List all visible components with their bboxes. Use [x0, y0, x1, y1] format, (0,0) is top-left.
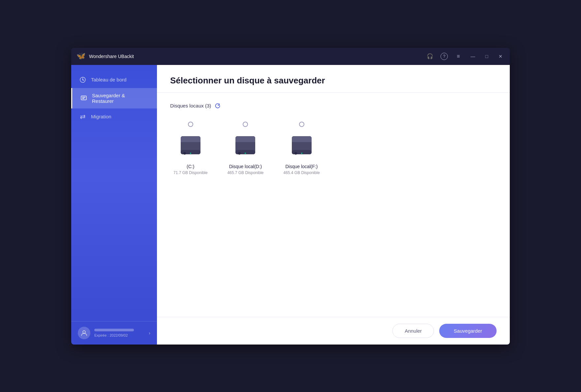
disk-item-d[interactable]: Disque local(D:) 465.7 GB Disponible	[224, 118, 267, 178]
app-logo: 🦋	[76, 52, 86, 61]
disk-radio-row-d	[243, 122, 248, 127]
sidebar-user-panel[interactable]: Expirée : 2022/09/02 ›	[71, 321, 157, 345]
disk-svg-d	[230, 130, 260, 159]
svg-rect-8	[181, 140, 200, 142]
content-body: Disques locaux (3)	[157, 93, 510, 317]
app-window: 🦋 Wondershare UBackit 🎧 ? ≡ — □ ✕	[71, 48, 510, 345]
disk-space-d: 465.7 GB Disponible	[227, 170, 263, 175]
svg-rect-14	[235, 140, 255, 142]
sidebar-item-dashboard[interactable]: Tableau de bord	[71, 72, 157, 88]
disk-name-f: Disque local(F:)	[286, 164, 318, 169]
disk-radio-f[interactable]	[299, 122, 304, 127]
svg-point-17	[245, 153, 246, 154]
svg-point-5	[83, 331, 85, 333]
content-footer: Annuler Sauvegarder	[157, 317, 510, 345]
backup-label: Sauvegarder &Restaurer	[92, 93, 125, 104]
user-avatar	[78, 327, 90, 339]
close-button[interactable]: ✕	[497, 52, 505, 60]
user-expiry: Expirée : 2022/09/02	[94, 333, 145, 337]
maximize-button[interactable]: □	[483, 52, 491, 60]
sidebar: Tableau de bord Sauvegarder &Restaurer	[71, 65, 157, 345]
disk-name-d: Disque local(D:)	[229, 164, 262, 169]
svg-rect-3	[82, 97, 85, 98]
disk-space-c: 71.7 GB Disponible	[173, 170, 207, 175]
svg-point-16	[238, 152, 241, 155]
svg-point-10	[183, 152, 186, 155]
svg-rect-4	[82, 98, 84, 99]
support-icon[interactable]: 🎧	[425, 52, 435, 61]
content-header: Sélectionner un disque à sauvegarder	[157, 65, 510, 93]
svg-point-22	[294, 152, 297, 155]
section-header: Disques locaux (3)	[170, 103, 497, 109]
sidebar-nav: Tableau de bord Sauvegarder &Restaurer	[71, 65, 157, 321]
save-button[interactable]: Sauvegarder	[439, 324, 497, 338]
app-title-text: Wondershare UBackit	[89, 54, 134, 59]
backup-icon	[80, 95, 87, 102]
section-label: Disques locaux (3)	[170, 103, 211, 108]
refresh-button[interactable]	[214, 103, 221, 109]
title-bar-right: 🎧 ? ≡ — □ ✕	[425, 52, 505, 61]
migration-label: Migration	[91, 114, 111, 119]
disk-name-c: (C:)	[187, 164, 194, 169]
migration-icon	[79, 113, 86, 120]
page-title: Sélectionner un disque à sauvegarder	[170, 75, 497, 86]
dashboard-label: Tableau de bord	[91, 77, 127, 82]
disk-radio-c[interactable]	[188, 122, 193, 127]
main-layout: Tableau de bord Sauvegarder &Restaurer	[71, 65, 510, 345]
svg-point-1	[82, 79, 83, 80]
disk-space-f: 465.4 GB Disponible	[283, 170, 320, 175]
disk-icon-f	[287, 130, 317, 161]
minimize-button[interactable]: —	[469, 52, 477, 60]
cancel-button[interactable]: Annuler	[392, 324, 434, 338]
menu-icon[interactable]: ≡	[454, 52, 463, 61]
disk-item-c[interactable]: (C:) 71.7 GB Disponible	[170, 118, 211, 178]
svg-rect-2	[81, 96, 86, 100]
title-bar-left: 🦋 Wondershare UBackit	[76, 52, 134, 61]
disk-icon-c	[176, 130, 205, 161]
svg-point-23	[301, 153, 302, 154]
dashboard-icon	[79, 76, 86, 83]
svg-rect-20	[292, 140, 312, 142]
disk-item-f[interactable]: Disque local(F:) 465.4 GB Disponible	[280, 118, 323, 178]
sidebar-item-backup[interactable]: Sauvegarder &Restaurer	[71, 88, 157, 108]
title-bar: 🦋 Wondershare UBackit 🎧 ? ≡ — □ ✕	[71, 48, 510, 65]
content-area: Sélectionner un disque à sauvegarder Dis…	[157, 65, 510, 345]
disk-radio-row-c	[188, 122, 193, 127]
disk-radio-row-f	[299, 122, 304, 127]
user-license-bar	[94, 329, 134, 331]
user-panel-arrow: ›	[149, 330, 150, 336]
disk-icon-d	[230, 130, 260, 161]
user-info: Expirée : 2022/09/02	[94, 329, 145, 337]
disk-radio-d[interactable]	[243, 122, 248, 127]
disks-grid: (C:) 71.7 GB Disponible	[170, 118, 497, 178]
sidebar-item-migration[interactable]: Migration	[71, 108, 157, 125]
svg-point-11	[190, 153, 191, 154]
disk-svg-f	[287, 130, 317, 159]
help-icon[interactable]: ?	[441, 53, 448, 60]
disk-svg-c	[176, 130, 205, 159]
